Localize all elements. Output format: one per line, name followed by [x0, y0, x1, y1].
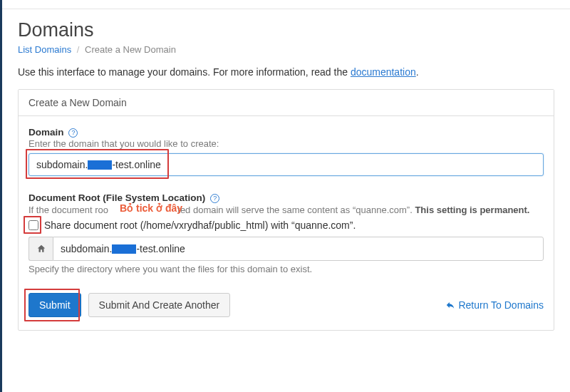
docroot-path-group: subdomain.-test.online	[28, 237, 544, 261]
return-label: Return To Domains	[458, 299, 544, 311]
submit-another-button[interactable]: Submit And Create Another	[88, 293, 231, 317]
docroot-hint-strong: This setting is permanent.	[415, 205, 529, 215]
docroot-path-input[interactable]: subdomain.-test.online	[53, 237, 544, 261]
domain-hint: Enter the domain that you would like to …	[28, 138, 544, 149]
docroot-path-post: -test.online	[136, 243, 185, 254]
docroot-hint-mid: ted domain will serve the same content a…	[177, 205, 415, 215]
intro-text: Use this interface to manage your domain…	[18, 66, 554, 78]
redacted-block	[112, 244, 136, 254]
domain-field-group: Domain ? Enter the domain that you would…	[28, 126, 544, 176]
home-icon-addon	[28, 237, 53, 261]
annotation-text: Bỏ tick ở đây	[120, 202, 182, 214]
reply-icon	[445, 300, 455, 310]
domain-input-pre: subdomain.	[36, 159, 88, 170]
docroot-label: Document Root (File System Location)	[28, 192, 205, 203]
docroot-path-pre: subdomain.	[61, 243, 112, 254]
left-accent-border	[0, 0, 2, 392]
button-row: Submit Submit And Create Another Return …	[28, 293, 544, 317]
breadcrumb-list-domains-link[interactable]: List Domains	[18, 44, 71, 55]
domain-label: Domain	[28, 127, 64, 138]
docroot-hint: If the document roo ted domain will serv…	[28, 205, 544, 215]
documentation-link[interactable]: documentation	[351, 66, 416, 78]
breadcrumb-separator: /	[77, 44, 80, 55]
help-icon[interactable]: ?	[68, 128, 78, 138]
intro-prefix: Use this interface to manage your domain…	[18, 66, 351, 78]
domain-input[interactable]: subdomain.-test.online	[28, 153, 544, 176]
page-title: Domains	[18, 19, 554, 41]
home-icon	[36, 244, 46, 254]
intro-suffix: .	[416, 66, 419, 78]
share-docroot-row: Share document root (/home/vxrydhaf/publ…	[28, 220, 544, 231]
breadcrumb-current: Create a New Domain	[85, 44, 176, 55]
share-docroot-checkbox[interactable]	[28, 220, 38, 230]
page-content: Domains List Domains / Create a New Doma…	[2, 0, 570, 346]
domain-input-post: -test.online	[112, 159, 160, 170]
breadcrumb: List Domains / Create a New Domain	[18, 44, 554, 55]
redacted-block	[88, 160, 112, 170]
docroot-dir-hint: Specify the directory where you want the…	[28, 264, 544, 274]
panel-header: Create a New Domain	[19, 90, 554, 116]
docroot-field-group: Document Root (File System Location) ? I…	[28, 192, 544, 274]
panel-body: Domain ? Enter the domain that you would…	[19, 116, 554, 330]
docroot-hint-pre: If the document roo	[28, 205, 108, 215]
submit-button[interactable]: Submit	[28, 293, 81, 317]
return-to-domains-link[interactable]: Return To Domains	[445, 299, 544, 311]
help-icon[interactable]: ?	[210, 194, 219, 203]
create-domain-panel: Create a New Domain Domain ? Enter the d…	[18, 89, 554, 331]
top-divider	[2, 9, 570, 9]
share-docroot-label: Share document root (/home/vxrydhaf/publ…	[44, 220, 356, 231]
